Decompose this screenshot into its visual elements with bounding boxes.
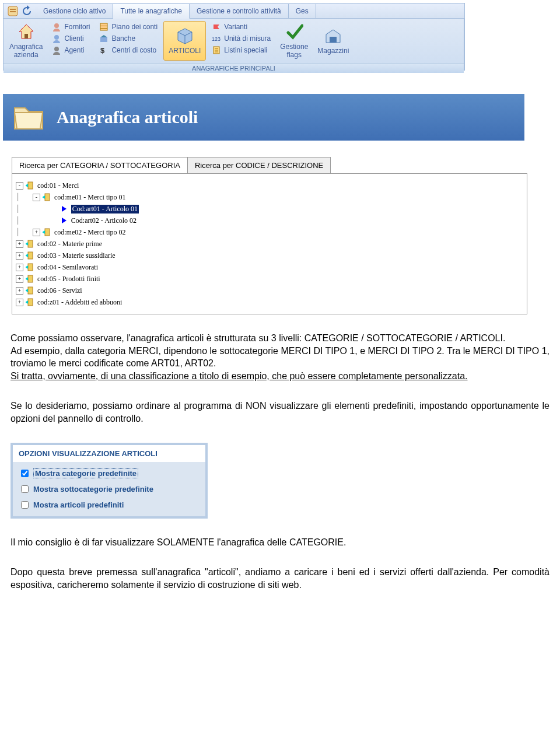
ribbon-tab[interactable]: Tutte le anagrafiche bbox=[113, 4, 190, 19]
category-tree[interactable]: -cod:01 - Merci│ -cod:me01 - Merci tipo … bbox=[12, 173, 527, 314]
ribbon-toolbar: Gestione ciclo attivoTutte le anagrafich… bbox=[3, 3, 465, 71]
anagrafica-azienda-button[interactable]: Anagrafica azienda bbox=[5, 20, 47, 62]
option-checkbox[interactable] bbox=[21, 485, 29, 493]
svg-rect-14 bbox=[45, 229, 50, 236]
expand-toggle[interactable]: + bbox=[33, 229, 40, 236]
tree-label: cod:06 - Servizi bbox=[37, 286, 82, 295]
svg-rect-12 bbox=[28, 182, 33, 189]
gestione-flags-button[interactable]: Gestione flags bbox=[275, 20, 313, 62]
ribbon-mini-button[interactable]: Varianti bbox=[208, 21, 274, 33]
ribbon-mini-button[interactable]: Listini speciali bbox=[208, 44, 274, 56]
category-icon bbox=[26, 286, 35, 295]
tree-node[interactable]: -cod:01 - Merci bbox=[16, 180, 523, 191]
tree-node[interactable]: │ -cod:me01 - Merci tipo 01 bbox=[16, 191, 523, 203]
category-icon bbox=[26, 251, 35, 260]
tree-node[interactable]: +cod:05 - Prodotti finiti bbox=[16, 273, 523, 285]
refresh-icon[interactable] bbox=[21, 5, 33, 17]
box-icon bbox=[176, 26, 194, 45]
ribbon-tab[interactable]: Gestione e controllo attività bbox=[190, 4, 289, 18]
tree-label: cod:me01 - Merci tipo 01 bbox=[54, 193, 126, 202]
tree-label: cod:02 - Materie prime bbox=[37, 240, 102, 249]
article-icon bbox=[60, 204, 69, 214]
category-icon bbox=[43, 192, 52, 202]
category-icon bbox=[43, 228, 52, 237]
ribbon-mini-button[interactable]: Agenti bbox=[48, 44, 93, 56]
svg-rect-17 bbox=[28, 264, 33, 271]
paragraph-1: Come possiamo osservare, l'anagrafica ar… bbox=[10, 332, 550, 382]
ribbon-mini-button[interactable]: $Centri di costo bbox=[96, 44, 161, 56]
category-icon bbox=[26, 274, 35, 284]
tree-node[interactable]: +cod:03 - Materie sussidiarie bbox=[16, 250, 523, 261]
mini-icon bbox=[212, 46, 221, 55]
category-icon bbox=[26, 239, 35, 249]
tree-label: cod:05 - Prodotti finiti bbox=[37, 275, 100, 284]
option-row[interactable]: Mostra articoli predefiniti bbox=[19, 497, 200, 513]
search-tabs: Ricerca per CATEGORIA / SOTTOCATEGORIARi… bbox=[12, 157, 557, 173]
ribbon-group-caption: ANAGRAFICHE PRINCIPALI bbox=[4, 63, 464, 73]
svg-rect-5 bbox=[100, 26, 107, 26]
svg-rect-19 bbox=[28, 287, 33, 294]
svg-rect-3 bbox=[24, 34, 28, 38]
option-label: Mostra articoli predefiniti bbox=[33, 501, 124, 509]
tree-node[interactable]: +cod:z01 - Addebiti ed abbuoni bbox=[16, 296, 523, 308]
ribbon-mini-button[interactable]: 123Unità di misura bbox=[208, 33, 274, 44]
ribbon-tab[interactable]: Ges bbox=[289, 4, 316, 18]
expand-toggle[interactable]: - bbox=[33, 194, 40, 201]
articoli-button[interactable]: ARTICOLI bbox=[163, 21, 206, 61]
tree-node[interactable]: │ Cod:art01 - Articolo 01 bbox=[16, 203, 523, 215]
tree-node[interactable]: +cod:06 - Servizi bbox=[16, 285, 523, 296]
app-icon bbox=[7, 5, 19, 17]
expand-toggle[interactable]: + bbox=[16, 252, 23, 260]
folder-icon bbox=[11, 100, 46, 135]
magazzini-button[interactable]: Magazzini bbox=[313, 20, 354, 62]
svg-rect-2 bbox=[10, 11, 16, 12]
category-icon bbox=[26, 181, 35, 190]
tree-label: cod:04 - Semilavorati bbox=[37, 263, 98, 272]
expand-toggle[interactable]: - bbox=[16, 182, 23, 190]
expand-toggle[interactable]: + bbox=[16, 287, 23, 295]
tree-label: cod:z01 - Addebiti ed abbuoni bbox=[37, 298, 122, 307]
svg-rect-7 bbox=[100, 37, 107, 42]
ribbon-mini-button[interactable]: Piano dei conti bbox=[96, 21, 161, 33]
ribbon-mini-button[interactable]: Fornitori bbox=[48, 21, 93, 33]
expand-toggle[interactable]: + bbox=[16, 264, 23, 271]
tree-node[interactable]: │ +cod:me02 - Merci tipo 02 bbox=[16, 226, 523, 238]
svg-rect-1 bbox=[10, 9, 16, 10]
expand-toggle[interactable]: + bbox=[16, 275, 23, 283]
tree-label: Cod:art02 - Articolo 02 bbox=[71, 216, 136, 225]
option-label: Mostra categorie predefinite bbox=[33, 468, 138, 478]
ribbon-mini-button[interactable]: Banche bbox=[96, 33, 161, 44]
option-row[interactable]: Mostra categorie predefinite bbox=[19, 466, 200, 481]
mini-icon bbox=[212, 22, 221, 32]
tree-label: cod:03 - Materie sussidiarie bbox=[37, 251, 116, 260]
tree-node[interactable]: +cod:02 - Materie prime bbox=[16, 238, 523, 250]
option-checkbox[interactable] bbox=[21, 470, 29, 477]
option-row[interactable]: Mostra sottocategorie predefinite bbox=[19, 481, 200, 497]
expand-toggle[interactable]: + bbox=[16, 299, 23, 306]
article-icon bbox=[60, 216, 69, 225]
home-icon bbox=[17, 22, 36, 41]
tree-node[interactable]: │ Cod:art02 - Articolo 02 bbox=[16, 215, 523, 226]
ribbon-tab[interactable]: Gestione ciclo attivo bbox=[36, 4, 113, 18]
option-label: Mostra sottocategorie predefinite bbox=[33, 485, 153, 494]
tree-label: cod:me02 - Merci tipo 02 bbox=[54, 228, 126, 237]
mini-icon bbox=[52, 22, 61, 32]
svg-rect-11 bbox=[330, 37, 337, 43]
mini-icon bbox=[99, 22, 108, 32]
svg-rect-16 bbox=[28, 252, 33, 259]
option-checkbox[interactable] bbox=[21, 501, 29, 509]
tree-node[interactable]: +cod:04 - Semilavorati bbox=[16, 261, 523, 273]
page-title: Anagrafica articoli bbox=[57, 107, 198, 127]
search-tab[interactable]: Ricerca per CATEGORIA / SOTTOCATEGORIA bbox=[12, 157, 188, 173]
expand-toggle[interactable]: + bbox=[16, 240, 23, 248]
svg-rect-13 bbox=[45, 194, 50, 201]
category-icon bbox=[26, 298, 35, 307]
category-icon bbox=[26, 262, 35, 272]
quick-access bbox=[4, 5, 36, 17]
search-tab[interactable]: Ricerca per CODICE / DESCRIZIONE bbox=[187, 157, 331, 173]
svg-text:$: $ bbox=[100, 46, 105, 55]
svg-text:123: 123 bbox=[212, 36, 220, 42]
page-banner: Anagrafica articoli bbox=[3, 94, 524, 141]
ribbon-mini-button[interactable]: Clienti bbox=[48, 33, 93, 44]
paragraph-2: Se lo desideriamo, possiamo ordinare al … bbox=[10, 400, 550, 425]
